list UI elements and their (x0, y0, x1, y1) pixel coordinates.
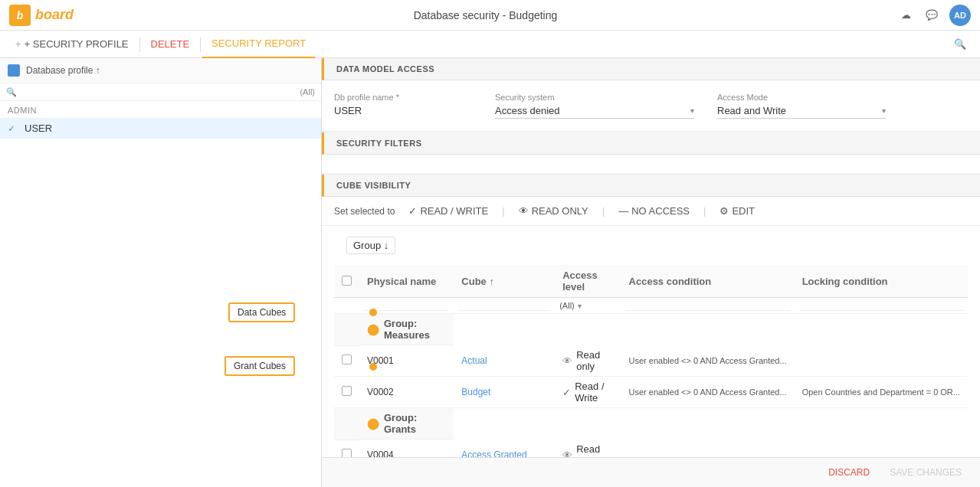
check-icon: ✓ (408, 205, 417, 217)
table-wrapper: Data Cubes Grant Cubes Physica (322, 265, 980, 457)
search-cell-access: (All) ▾ (555, 298, 621, 314)
plus-icon: + (15, 38, 21, 50)
no-access-button[interactable]: — NO ACCESS (614, 203, 694, 219)
read-only-button[interactable]: 👁 READ ONLY (514, 203, 593, 219)
access-filter-value: (All) (559, 301, 575, 310)
search-cell-physical (359, 298, 454, 314)
cube-table: Physical name Cube ↑ Access level Access… (334, 265, 968, 457)
condition-cell (621, 440, 795, 457)
check-icon: ✓ (8, 123, 18, 134)
search-input[interactable] (20, 87, 300, 97)
condition-cell: User enabled <> 0 AND Access Granted... (621, 345, 795, 377)
main-layout: Database profile ↑ 🔍 (All) ADMIN ✓ USER … (0, 58, 980, 487)
row-cb-cell (334, 377, 359, 408)
row-cb-cell (334, 440, 359, 457)
security-system-select[interactable]: Access denied ▾ (495, 105, 694, 119)
group-cb-cell (334, 408, 359, 440)
group-btn-wrapper: Group ↓ (322, 226, 980, 265)
group-cb-cell (334, 314, 359, 346)
secondary-toolbar: + + SECURITY PROFILE DELETE SECURITY REP… (0, 31, 980, 58)
sidebar-header-icon (8, 64, 20, 77)
sidebar-search: 🔍 (All) (0, 83, 321, 101)
group-label-cell: ⬤ Group: Measures (359, 314, 454, 345)
col-cube-header: Cube ↑ (454, 265, 555, 298)
cube-visibility-section: CUBE VISIBILITY Set selected to ✓ READ /… (322, 175, 980, 457)
chevron-down-icon: ▾ (690, 106, 694, 115)
table-row: V0002 Budget ✓ Read / Write User enabled… (334, 377, 968, 408)
header-checkbox[interactable] (342, 276, 352, 286)
sep1: | (502, 205, 504, 217)
add-profile-button[interactable]: + + SECURITY PROFILE (6, 31, 138, 58)
group-row: ⬤ Group: Measures (334, 314, 968, 346)
eye-icon: 👁 (562, 355, 572, 367)
condition-text: User enabled <> 0 AND Access Granted... (629, 387, 787, 397)
read-write-button[interactable]: ✓ READ / WRITE (404, 203, 493, 219)
scrollable-content: DATA MODEL ACCESS Db profile name * USER… (322, 58, 980, 457)
locking-cell (795, 440, 968, 457)
search-icon[interactable]: 🔍 (946, 38, 974, 50)
group-row: ⬤ Group: Grants (334, 408, 968, 440)
table-row: V0001 Actual 👁 Read only User enabled <>… (334, 345, 968, 377)
discard-button[interactable]: DISCARD (822, 464, 876, 481)
security-system-label: Security system (495, 93, 694, 102)
physical-search-input[interactable] (364, 301, 449, 311)
search-icon: 🔍 (6, 87, 17, 97)
physical-cell: V0002 (359, 377, 454, 408)
group-label-cell: ⬤ Group: Grants (359, 408, 454, 440)
sidebar-item-label: USER (25, 123, 52, 134)
delete-button[interactable]: DELETE (142, 31, 199, 58)
access-cell: ✓ Read / Write (555, 377, 621, 408)
cube-search-input[interactable] (458, 301, 550, 311)
dma-header: DATA MODEL ACCESS (322, 58, 980, 80)
content-wrapper: DATA MODEL ACCESS Db profile name * USER… (322, 58, 980, 487)
condition-search-input[interactable] (626, 301, 790, 311)
cv-header: CUBE VISIBILITY (322, 175, 980, 197)
row-checkbox[interactable] (342, 386, 352, 396)
db-profile-label: Db profile name * (334, 93, 472, 102)
table-search-row: (All) ▾ (334, 298, 968, 314)
chevron-down-icon-2: ▾ (882, 106, 886, 115)
access-mode-select[interactable]: Read and Write ▾ (717, 105, 886, 119)
search-cell-condition (621, 298, 795, 314)
search-cell-locking (795, 298, 968, 314)
security-report-button[interactable]: SECURITY REPORT (202, 31, 315, 58)
save-button[interactable]: SAVE CHANGES (883, 464, 968, 481)
sliders-icon: ⚙ (719, 205, 729, 217)
divider-1 (139, 37, 140, 52)
sf-body (322, 155, 980, 173)
cube-cell: Budget (454, 377, 555, 408)
cube-cell: Actual (454, 345, 555, 377)
group-dot-icon: ⬤ (367, 323, 379, 335)
cloud-icon[interactable]: ☁ (897, 7, 914, 24)
access-text: Read only (576, 349, 613, 372)
row-cb-cell (334, 345, 359, 377)
access-text: Read only (576, 443, 613, 457)
col-physical-header: Physical name (359, 265, 454, 298)
col-checkbox (334, 265, 359, 298)
physical-cell: V0001 (359, 345, 454, 377)
access-mode-label: Access Mode (717, 93, 886, 102)
data-model-access-section: DATA MODEL ACCESS Db profile name * USER… (322, 58, 980, 131)
page-title: Database security - Budgeting (83, 9, 888, 21)
table-row: V0004 Access Granted 👁 Read only (334, 440, 968, 457)
access-mode-field: Access Mode Read and Write ▾ (717, 93, 886, 119)
group-sort-button[interactable]: Group ↓ (346, 237, 395, 254)
avatar[interactable]: AD (949, 5, 971, 26)
set-selected-label: Set selected to (334, 206, 395, 217)
logo-text: board (35, 7, 74, 23)
row-checkbox[interactable] (342, 355, 352, 364)
col-access-condition-header: Access condition (621, 265, 795, 298)
cv-toolbar: Set selected to ✓ READ / WRITE | 👁 READ … (322, 197, 980, 226)
edit-button[interactable]: ⚙ EDIT (715, 203, 759, 219)
row-checkbox[interactable] (342, 449, 352, 457)
search-cell-cube (454, 298, 555, 314)
condition-text: User enabled <> 0 AND Access Granted... (629, 356, 787, 365)
sf-header: SECURITY FILTERS (322, 132, 980, 155)
locking-search-input[interactable] (799, 301, 963, 311)
locking-text: Open Countries and Department = 0 OR... (802, 387, 960, 397)
chat-icon[interactable]: 💬 (923, 7, 940, 24)
logo: b board (9, 5, 74, 26)
sidebar-item-user[interactable]: ✓ USER (0, 118, 321, 139)
chevron-down-icon-3: ▾ (578, 302, 582, 310)
table-header-row: Physical name Cube ↑ Access level Access… (334, 265, 968, 298)
